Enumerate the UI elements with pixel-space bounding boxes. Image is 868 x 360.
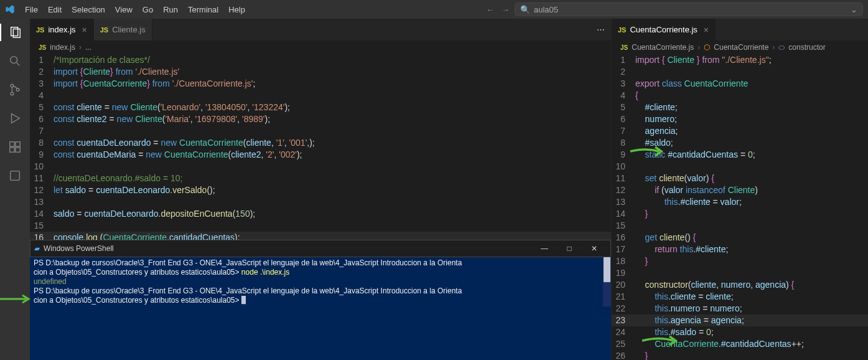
svg-point-2 xyxy=(11,57,17,64)
js-icon: JS xyxy=(620,44,628,51)
code-line[interactable]: 17 return this.#cliente; xyxy=(612,244,868,255)
method-icon: ⬭ xyxy=(778,43,785,52)
tab[interactable]: JSCuentaCorriente.js× xyxy=(612,19,716,40)
code-line[interactable]: 14saldo = cuentaDeLeonardo.depositoEnCue… xyxy=(30,208,611,220)
extensions-icon[interactable] xyxy=(6,138,24,156)
terminal-titlebar[interactable]: ▰ Windows PowerShell — □ ✕ xyxy=(30,240,611,257)
menu-view[interactable]: View xyxy=(110,2,138,17)
terminal-maximize[interactable]: □ xyxy=(557,244,582,253)
code-line[interactable]: 12let saldo = cuentaDeLeonardo.verSaldo(… xyxy=(30,184,611,196)
menu-help[interactable]: Help xyxy=(223,2,250,17)
menu-file[interactable]: File xyxy=(20,2,43,17)
chevron-down-icon: ⌄ xyxy=(851,5,857,14)
menu-selection[interactable]: Selection xyxy=(67,2,110,17)
code-line[interactable]: 5const cliente = new Cliente('Leonardo',… xyxy=(30,102,611,113)
terminal-panel: ▰ Windows PowerShell — □ ✕ PS D:\backup … xyxy=(30,240,611,360)
code-line[interactable]: 9 static #cantidadCuentas = 0; xyxy=(612,149,868,161)
code-line[interactable]: 24 this.#saldo = 0; xyxy=(612,326,868,338)
close-icon[interactable]: × xyxy=(82,25,87,35)
code-line[interactable]: 6 numero; xyxy=(612,113,868,125)
code-line[interactable]: 5 #cliente; xyxy=(612,102,868,113)
code-line[interactable]: 23 this.agencia = agencia; xyxy=(612,315,868,326)
code-line[interactable]: 9const cuentaDeMaria = new CuentaCorrien… xyxy=(30,149,611,161)
terminal-minimize[interactable]: — xyxy=(532,244,557,253)
code-line[interactable]: 6const cliente2 = new Cliente('Maria', '… xyxy=(30,113,611,125)
breadcrumb-file: index.js xyxy=(50,43,75,52)
code-line[interactable]: 19 xyxy=(612,267,868,279)
tab[interactable]: JSindex.js× xyxy=(30,19,94,40)
terminal-close[interactable]: ✕ xyxy=(582,244,607,253)
activity-bar xyxy=(0,19,30,360)
tab-label: index.js xyxy=(48,25,75,34)
svg-rect-11 xyxy=(11,171,20,181)
tab-label: CuentaCorriente.js xyxy=(630,25,697,34)
code-line[interactable]: 22 this.numero = numero; xyxy=(612,303,868,315)
code-line[interactable]: 2import {Cliente} from './Cliente.js' xyxy=(30,66,611,78)
menu-terminal[interactable]: Terminal xyxy=(183,2,223,17)
editor-group-right: JSCuentaCorriente.js× JS CuentaCorriente… xyxy=(612,19,868,360)
code-line[interactable]: 4 xyxy=(30,90,611,102)
vscode-icon xyxy=(5,4,15,14)
nav-forward-icon[interactable]: → xyxy=(502,5,510,14)
menu-go[interactable]: Go xyxy=(138,2,158,17)
terminal-body[interactable]: PS D:\backup de cursos\Oracle\3_Front En… xyxy=(30,257,611,306)
code-line[interactable]: 20 constructor(cliente, numero, agencia)… xyxy=(612,279,868,291)
breadcrumb-class: CuentaCorriente xyxy=(714,43,768,52)
misc-icon[interactable] xyxy=(6,167,24,184)
breadcrumb-method: constructor xyxy=(788,43,825,52)
code-line[interactable]: 1/*Importación de clases*/ xyxy=(30,54,611,66)
code-line[interactable]: 8 #saldo; xyxy=(612,137,868,149)
tabs-overflow-icon[interactable]: ⋯ xyxy=(597,25,605,34)
code-line[interactable]: 2 xyxy=(612,66,868,78)
code-line[interactable]: 15 xyxy=(612,220,868,232)
js-icon: JS xyxy=(618,26,626,34)
code-line[interactable]: 25 CuentaCorriente.#cantidadCuentas++; xyxy=(612,338,868,350)
search-icon[interactable] xyxy=(6,52,24,70)
tab[interactable]: JSCliente.js xyxy=(94,19,152,40)
js-icon: JS xyxy=(100,26,108,34)
nav-back-icon[interactable]: ← xyxy=(486,5,494,14)
menu-run[interactable]: Run xyxy=(158,2,183,17)
code-line[interactable]: 21 this.cliente = cliente; xyxy=(612,291,868,303)
tabs-right: JSCuentaCorriente.js× xyxy=(612,19,868,40)
breadcrumb-rest: ... xyxy=(85,43,91,52)
code-line[interactable]: 14 } xyxy=(612,208,868,220)
code-line[interactable]: 10 xyxy=(612,161,868,173)
code-line[interactable]: 8const cuentaDeLeonardo = new CuentaCorr… xyxy=(30,137,611,149)
code-line[interactable]: 3import {CuentaCorriente} from './Cuenta… xyxy=(30,78,611,90)
code-line[interactable]: 4{ xyxy=(612,90,868,102)
tabs-left: JSindex.js×JSCliente.js ⋯ xyxy=(30,19,611,40)
breadcrumb-right[interactable]: JS CuentaCorriente.js › ⬡ CuentaCorrient… xyxy=(612,40,868,54)
code-line[interactable]: 1import { Cliente } from "./Cliente.js"; xyxy=(612,54,868,66)
terminal-scrollbar[interactable] xyxy=(603,257,611,306)
code-line[interactable]: 11//cuentaDeLeonardo.#saldo = 10; xyxy=(30,173,611,184)
editor-group-left: JSindex.js×JSCliente.js ⋯ JS index.js › … xyxy=(30,19,612,360)
nav-arrows: ← → xyxy=(486,5,510,14)
svg-rect-7 xyxy=(10,142,14,146)
svg-point-4 xyxy=(11,84,14,87)
close-icon[interactable]: × xyxy=(704,25,709,35)
menu-edit[interactable]: Edit xyxy=(43,2,67,17)
explorer-icon[interactable] xyxy=(0,24,30,41)
breadcrumb-left[interactable]: JS index.js › ... xyxy=(30,40,611,54)
code-line[interactable]: 10 xyxy=(30,161,611,173)
code-line[interactable]: 7 agencia; xyxy=(612,125,868,137)
code-line[interactable]: 11 set cliente(valor) { xyxy=(612,173,868,184)
code-line[interactable]: 26 } xyxy=(612,350,868,360)
code-line[interactable]: 13 this.#cliente = valor; xyxy=(612,196,868,208)
code-line[interactable]: 18 } xyxy=(612,255,868,267)
code-line[interactable]: 3export class CuentaCorriente xyxy=(612,78,868,90)
code-line[interactable]: 7 xyxy=(30,125,611,137)
breadcrumb-sep: › xyxy=(79,43,82,52)
run-debug-icon[interactable] xyxy=(6,110,24,127)
code-line[interactable]: 12 if (valor instanceof Cliente) xyxy=(612,184,868,196)
code-line[interactable]: 15 xyxy=(30,220,611,232)
svg-point-6 xyxy=(16,88,19,92)
tab-label: Cliente.js xyxy=(112,25,145,34)
command-search[interactable]: 🔍 aula05 ⌄ xyxy=(515,2,863,16)
code-line[interactable]: 13 xyxy=(30,196,611,208)
svg-rect-9 xyxy=(16,148,20,152)
source-control-icon[interactable] xyxy=(6,81,24,98)
code-editor-right[interactable]: 1import { Cliente } from "./Cliente.js";… xyxy=(612,54,868,360)
code-line[interactable]: 16 get cliente() { xyxy=(612,232,868,244)
